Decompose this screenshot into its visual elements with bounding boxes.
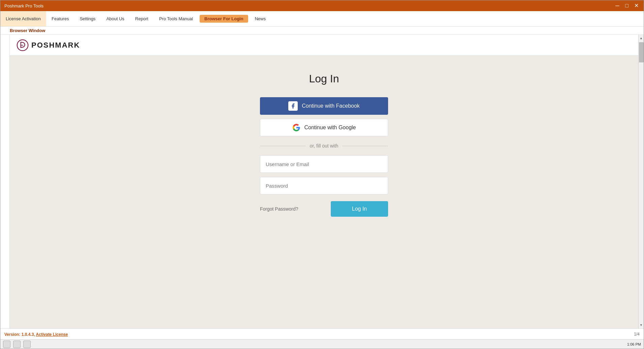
version-info: Version: 1.0.4.3, Activate License	[4, 331, 68, 337]
menu-item-settings[interactable]: Settings	[74, 11, 101, 26]
divider-line-right	[342, 146, 388, 146]
left-panel	[0, 35, 10, 328]
login-footer: Forgot Password? Log In	[260, 201, 388, 217]
menu-item-about-us[interactable]: About Us	[101, 11, 129, 26]
taskbar: 1:06 PM	[0, 339, 644, 349]
scrollbar[interactable]: ▲ ▼	[638, 35, 644, 328]
version-text: Version: 1.0.4.3, Activate License	[4, 332, 68, 337]
app-window: Poshmark Pro Tools ─ □ ✕ License Activat…	[0, 0, 644, 349]
facebook-login-button[interactable]: Continue with Facebook	[260, 97, 388, 115]
titlebar: Poshmark Pro Tools ─ □ ✕	[0, 0, 644, 11]
poshmark-header: POSHMARK	[10, 35, 638, 56]
login-button[interactable]: Log In	[331, 201, 388, 217]
minimize-button[interactable]: ─	[614, 3, 621, 8]
menu-item-pro-tools-manual[interactable]: Pro Tools Manual	[154, 11, 198, 26]
poshmark-logo-icon	[17, 39, 29, 51]
forgot-password-link[interactable]: Forgot Password?	[260, 206, 298, 212]
window-controls: ─ □ ✕	[614, 3, 640, 8]
menu-item-report[interactable]: Report	[130, 11, 154, 26]
menubar: License Activation Features Settings Abo…	[0, 11, 644, 27]
close-button[interactable]: ✕	[633, 3, 640, 8]
facebook-icon	[288, 101, 298, 111]
menu-item-browser-for-login[interactable]: Browser For Login	[200, 15, 248, 23]
menu-item-license-activation[interactable]: License Activation	[0, 11, 46, 26]
poshmark-logo: POSHMARK	[17, 39, 80, 51]
google-login-button[interactable]: Continue with Google	[260, 119, 388, 136]
menu-item-features[interactable]: Features	[46, 11, 74, 26]
login-page: Log In Continue with Facebook	[10, 56, 638, 328]
maximize-button[interactable]: □	[623, 3, 630, 8]
login-box: Continue with Facebook Continue with Goo…	[260, 97, 388, 194]
browser-window-label: Browser Window	[0, 27, 644, 35]
password-input[interactable]	[260, 177, 388, 194]
username-input[interactable]	[260, 155, 388, 173]
scrollbar-thumb[interactable]	[639, 42, 644, 62]
login-title: Log In	[309, 73, 339, 85]
taskbar-item-2[interactable]	[13, 341, 21, 348]
statusbar: Version: 1.0.4.3, Activate License 1/4	[0, 328, 644, 339]
taskbar-item-3[interactable]	[23, 341, 31, 348]
app-title: Poshmark Pro Tools	[4, 3, 43, 8]
divider-text: or, fill out with	[310, 143, 339, 149]
google-icon	[292, 124, 300, 132]
scrollbar-up-arrow[interactable]: ▲	[639, 35, 644, 42]
taskbar-item-1[interactable]	[3, 341, 10, 348]
divider-line-left	[260, 146, 306, 146]
content-area: POSHMARK Log In Continue with Facebook	[0, 35, 644, 328]
page-indicator: 1/4	[634, 332, 640, 337]
browser-content: POSHMARK Log In Continue with Facebook	[10, 35, 638, 328]
scrollbar-down-arrow[interactable]: ▼	[639, 322, 644, 328]
menu-item-news[interactable]: News	[250, 11, 271, 26]
taskbar-time: 1:06 PM	[627, 342, 641, 346]
or-divider: or, fill out with	[260, 143, 388, 149]
poshmark-logo-text: POSHMARK	[31, 41, 80, 50]
activate-license-link[interactable]: Activate License	[36, 332, 68, 337]
